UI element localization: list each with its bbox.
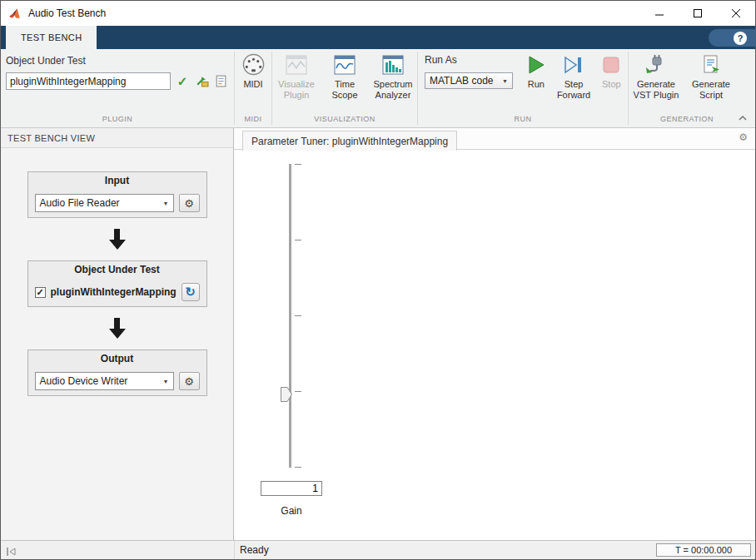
midi-button[interactable]: MIDI [242,49,265,115]
object-under-test-label: Object Under Test [6,55,229,67]
run-as-value: MATLAB code [430,75,493,87]
checkbox-check-icon: ✓ [36,288,43,297]
visualize-plugin-label: Visualize Plugin [272,79,321,101]
refresh-icon: ↻ [185,285,196,300]
slider-tick [295,391,301,392]
tab-test-bench[interactable]: TEST BENCH [6,26,97,49]
time-scope-icon [334,55,356,75]
down-arrow-icon [109,318,126,339]
signal-flow-diagram: Input Audio File Reader ▼ ⚙ [1,148,233,540]
output-group-title: Output [28,350,206,367]
load-plugin-button[interactable] [194,73,209,89]
chevron-down-icon: ▼ [159,379,173,384]
time-scope-button[interactable]: Time Scope [321,49,369,115]
spectrum-analyzer-button[interactable]: Spectrum Analyzer [369,49,417,115]
check-icon: ✓ [177,75,188,87]
matlab-logo-icon [8,7,22,21]
plugin-enabled-checkbox[interactable]: ✓ [35,287,46,298]
panel-settings-button[interactable]: ⚙ [739,131,748,143]
input-group-title: Input [28,172,206,189]
slider-tick [295,240,301,240]
titlebar: Audio Test Bench [1,1,755,26]
validate-plugin-button[interactable]: ✓ [175,73,190,89]
collapse-ribbon-button[interactable] [737,114,749,122]
help-button[interactable]: ? [709,29,755,47]
spectrum-analyzer-label: Spectrum Analyzer [369,79,417,101]
output-group: Output Audio Device Writer ▼ ⚙ [27,349,207,396]
chevron-up-icon [739,116,747,121]
parameter-tuner-header: Parameter Tuner: pluginWithIntegerMappin… [234,128,755,150]
input-settings-button[interactable]: ⚙ [179,194,200,212]
window-controls [640,1,755,26]
open-editor-button[interactable] [213,73,228,89]
reset-plugin-button[interactable]: ↻ [182,283,200,301]
output-settings-button[interactable]: ⚙ [179,372,200,390]
generate-vst-label: Generate VST Plugin [629,79,684,101]
run-label: Run [528,79,545,90]
maximize-button[interactable] [679,1,717,26]
generate-script-label: Generate Script [684,79,739,101]
section-label-midi: MIDI [235,115,271,127]
visualize-plugin-button[interactable]: Visualize Plugin [272,49,321,115]
gear-icon: ⚙ [184,375,194,388]
spectrum-analyzer-icon [382,55,404,75]
down-arrow-icon [109,229,126,250]
vst-plugin-icon [645,55,667,75]
parameter-tuner-tab[interactable]: Parameter Tuner: pluginWithIntegerMappin… [242,131,457,151]
step-forward-button[interactable]: Step Forward [552,49,594,115]
gain-label: Gain [261,505,322,517]
window-title: Audio Test Bench [28,7,106,19]
stop-button[interactable]: Stop [595,49,628,115]
generate-script-button[interactable]: Generate Script [684,49,739,115]
test-bench-view-panel: TEST BENCH VIEW Input Audio File Reader … [1,128,234,540]
time-scope-label: Time Scope [321,79,369,101]
object-under-test-group: Object Under Test ✓ pluginWithIntegerMap… [27,260,207,307]
gear-icon: ⚙ [184,197,194,210]
content-area: TEST BENCH VIEW Input Audio File Reader … [1,128,755,540]
script-icon [700,55,722,75]
gear-icon: ⚙ [739,131,748,143]
gain-slider[interactable] [281,164,304,468]
section-visualization: Visualize Plugin Time Scope [272,49,417,127]
parameter-tuner-canvas: Gain [234,150,755,540]
run-button[interactable]: Run [520,49,552,115]
input-source-dropdown[interactable]: Audio File Reader ▼ [35,194,174,212]
slider-thumb[interactable] [281,387,292,405]
run-as-dropdown[interactable]: MATLAB code ▼ [425,72,513,89]
tabstrip: TEST BENCH ? [1,26,755,49]
section-label-visualization: VISUALIZATION [272,115,417,127]
parameter-tuner-panel: Parameter Tuner: pluginWithIntegerMappin… [234,128,755,540]
section-label-run: RUN [418,115,628,127]
section-run: Run As MATLAB code ▼ Run [418,49,628,127]
chevron-down-icon: ▼ [159,201,173,206]
stop-icon [603,57,619,73]
run-as-label: Run As [425,54,520,66]
visualize-plugin-icon [286,55,307,75]
statusbar-divider [234,541,235,559]
app-window: Audio Test Bench TEST BENCH ? Object Und… [0,0,756,560]
output-device-dropdown[interactable]: Audio Device Writer ▼ [35,372,174,390]
maximize-icon [694,9,702,17]
section-midi: MIDI MIDI [235,49,271,127]
step-forward-icon [564,56,584,74]
minimize-button[interactable] [640,1,679,26]
section-plugin: Object Under Test ✓ [1,49,234,127]
gain-value-input[interactable] [261,481,322,496]
output-device-value: Audio Device Writer [40,375,128,387]
object-under-test-input[interactable] [6,72,171,90]
midi-connector-icon [242,53,265,76]
document-icon [214,74,228,88]
ribbon-toolbar: Object Under Test ✓ [1,49,755,128]
stop-label: Stop [602,79,621,90]
section-label-plugin: PLUGIN [1,115,234,127]
load-arrow-icon [195,74,209,88]
slider-track[interactable] [289,164,291,468]
collapse-panel-button[interactable] [6,545,17,560]
collapse-left-icon [6,547,17,557]
test-bench-view-header: TEST BENCH VIEW [1,128,233,148]
plugin-name-label: pluginWithIntegerMapping [51,286,177,298]
slider-tick [295,467,301,468]
ribbon-filler [745,49,755,127]
generate-vst-button[interactable]: Generate VST Plugin [629,49,684,115]
close-button[interactable] [717,1,755,26]
